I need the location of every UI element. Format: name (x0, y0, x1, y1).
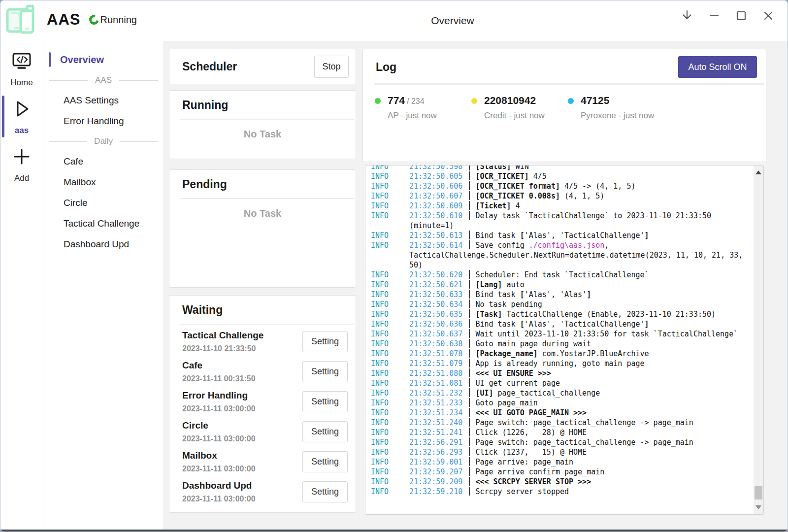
pending-title: Pending (169, 178, 356, 191)
log-level: INFO (371, 191, 409, 201)
brand: AAS Running (5, 4, 137, 35)
log-separator (469, 487, 470, 496)
log-line: INFO21:32:50.605[OCR_TICKET] 4/5 (371, 171, 754, 181)
log-level: INFO (371, 231, 409, 240)
stat-value: 47125 (581, 95, 609, 106)
log-level: INFO (371, 378, 409, 388)
waiting-task-row: Dashboard Upd2023-11-11 03:00:00Setting (182, 477, 348, 507)
scroll-down-icon[interactable] (755, 505, 761, 509)
log-title: Log (376, 61, 396, 74)
app-logo-icon (5, 4, 39, 35)
waiting-title: Waiting (169, 303, 356, 317)
rail-item-label: Add (14, 173, 29, 183)
plus-icon (11, 146, 32, 169)
log-line: INFO21:32:59.209<<< SCRCPY SERVER STOP >… (371, 477, 754, 487)
sidebar-item-error-handling[interactable]: Error Handling (44, 111, 163, 132)
rail-item-add[interactable]: Add (0, 140, 43, 188)
log-message: 21:32:50.636Bind task ['Alas', 'Tactical… (409, 319, 754, 329)
log-timestamp: 21:32:56.291 (409, 438, 462, 447)
log-timestamp: 21:32:51.081 (409, 379, 462, 388)
log-message: 21:32:50.605[OCR_TICKET] 4/5 (409, 171, 754, 181)
log-separator (469, 309, 470, 318)
setting-button-dashboard-upd[interactable]: Setting (302, 481, 348, 502)
maximize-icon[interactable] (734, 8, 749, 23)
log-header: Log Auto Scroll ON (363, 49, 766, 78)
log-stats: 774/ 234AP - just now220810942Credit - j… (363, 85, 766, 121)
rail-item-home[interactable]: Home (0, 46, 43, 93)
log-line: INFO21:32:51.079App is already running, … (371, 359, 754, 368)
stat-value: 774 (388, 95, 405, 106)
sidebar-item-mailbox[interactable]: Mailbox (44, 172, 163, 193)
status-text: Running (100, 14, 137, 26)
minimize-icon[interactable] (707, 8, 722, 23)
close-icon[interactable] (761, 8, 776, 23)
download-icon[interactable] (680, 8, 694, 23)
app-window: AAS Running Overview HomeaasAdd Overview… (0, 0, 788, 532)
task-info: Mailbox2023-11-11 03:00:00 (182, 450, 256, 473)
sidebar-item-tactical-challenge[interactable]: Tactical Challenge (44, 213, 163, 234)
log-separator (469, 319, 470, 328)
log-level: INFO (371, 487, 409, 497)
log-line: INFO21:32:59.001Page arrive: page_main (371, 457, 754, 467)
log-message: 21:32:50.621[Lang] auto (409, 280, 754, 290)
rail-item-label: aas (15, 126, 29, 135)
sidebar-item-dashboard-upd[interactable]: Dashboard Upd (44, 234, 163, 255)
log-line: INFO21:32:50.638Goto main page during wa… (371, 339, 754, 349)
log-timestamp: 21:32:51.240 (409, 418, 462, 427)
log-scrollbar[interactable] (754, 166, 763, 514)
log-separator (469, 477, 470, 486)
scroll-up-icon[interactable] (755, 170, 761, 174)
log-line: INFO21:32:51.234<<< UI GOTO PAGE_MAIN >>… (371, 408, 754, 418)
titlebar: AAS Running Overview (0, 0, 788, 41)
log-message: 21:32:50.609[Ticket] 4 (409, 201, 754, 211)
log-separator (469, 165, 470, 170)
log-message: 21:32:50.607[OCR_TICKET 0.008s] (4, 1, 5… (409, 191, 754, 201)
log-timestamp: 21:32:51.080 (409, 369, 462, 378)
log-timestamp: 21:32:59.001 (409, 458, 462, 466)
scrollbar-thumb[interactable] (755, 486, 762, 499)
task-time: 2023-11-11 03:00:00 (182, 495, 256, 503)
log-separator (469, 447, 470, 456)
log-separator (469, 418, 470, 427)
stop-button[interactable]: Stop (314, 56, 349, 78)
rail-item-aas[interactable]: aas (0, 93, 43, 140)
waiting-task-row: Mailbox2023-11-11 03:00:00Setting (182, 447, 348, 477)
log-separator (469, 457, 470, 466)
log-timestamp: 21:32:50.613 (409, 231, 462, 240)
setting-button-mailbox[interactable]: Setting (302, 451, 348, 472)
running-empty-text: No Task (169, 129, 356, 140)
active-indicator-bar (2, 96, 4, 137)
sidebar-section-daily: Daily (44, 132, 163, 151)
setting-button-error-handling[interactable]: Setting (302, 391, 348, 412)
log-viewer: INFO21:32:50.598[Status] WININFO21:32:50… (365, 165, 764, 515)
task-info: Dashboard Upd2023-11-11 03:00:00 (182, 480, 256, 503)
sidebar-item-aas-settings[interactable]: AAS Settings (44, 90, 163, 111)
setting-button-tactical-challenge[interactable]: Setting (302, 331, 348, 352)
log-line: INFO21:32:50.634No task pending (371, 299, 754, 309)
log-content: INFO21:32:50.598[Status] WININFO21:32:50… (365, 165, 754, 514)
stat-label: Pyroxene - just now (581, 111, 654, 121)
pending-card: Pending No Task (169, 169, 356, 288)
log-level: INFO (371, 201, 409, 211)
sidebar-item-cafe[interactable]: Cafe (44, 151, 163, 172)
auto-scroll-button[interactable]: Auto Scroll ON (678, 56, 757, 78)
log-level: INFO (371, 280, 409, 290)
log-timestamp: 21:32:50.606 (409, 182, 462, 191)
setting-button-circle[interactable]: Setting (302, 421, 348, 442)
setting-button-cafe[interactable]: Setting (302, 361, 348, 382)
log-message: 21:32:50.620Scheduler: End task `Tactica… (409, 270, 754, 280)
log-timestamp: 21:32:51.233 (409, 399, 462, 407)
log-separator (469, 368, 470, 377)
log-timestamp: 21:32:59.209 (409, 477, 462, 486)
nav-rail: HomeaasAdd (0, 41, 43, 530)
log-level: INFO (371, 165, 409, 171)
waiting-task-row: Tactical Challenge2023-11-10 21:33:50Set… (182, 327, 348, 357)
waiting-card: Waiting Tactical Challenge2023-11-10 21:… (169, 295, 356, 513)
log-timestamp: 21:32:50.621 (409, 280, 462, 289)
stat-value-row: 220810942 (484, 95, 545, 106)
log-separator (469, 211, 470, 220)
log-level: INFO (371, 339, 409, 349)
sidebar-item-circle[interactable]: Circle (44, 193, 163, 213)
stat-credit: 220810942Credit - just now (471, 95, 568, 121)
sidebar-item-overview[interactable]: Overview (44, 49, 163, 70)
